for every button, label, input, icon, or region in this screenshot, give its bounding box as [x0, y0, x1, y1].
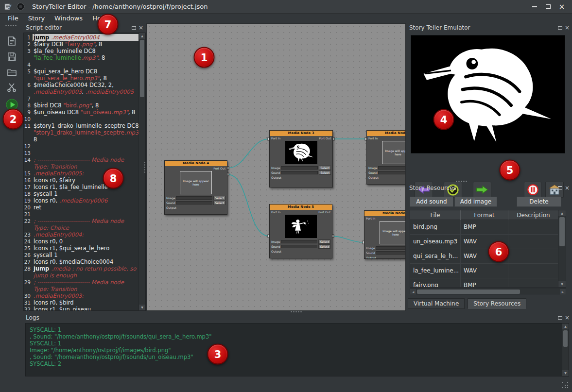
close-panel-icon[interactable]: × [565, 315, 570, 320]
toolbar-drag-handle[interactable] [5, 24, 17, 26]
scroll-down-icon[interactable]: ▼ [562, 370, 569, 376]
node-select-button[interactable]: Select [213, 196, 225, 200]
node-ports: Port InPort Out [270, 210, 332, 214]
code-line: 3$la_fee_luminelle DC8 [24, 48, 139, 54]
code-line: "qui_sera_le_hero.mp3", 8 [24, 75, 139, 82]
column-description[interactable]: Description [508, 210, 559, 220]
close-window-button[interactable]: × [556, 2, 567, 12]
node-select-button[interactable]: Select [319, 166, 331, 170]
float-panel-icon[interactable] [558, 26, 562, 30]
media-node[interactable]: Media Node 5Port InPort OutImageSelectSo… [269, 204, 332, 258]
scroll-left-icon[interactable]: ◄ [410, 289, 416, 294]
scrollbar-thumb[interactable] [417, 290, 520, 294]
media-node[interactable]: Media Node 6Port InPort OutImage will ap… [366, 130, 406, 185]
scroll-up-icon[interactable]: ▲ [562, 324, 569, 329]
code-line: 5$qui_sera_le_hero DC8 [24, 68, 139, 75]
logs-vertical-scrollbar[interactable]: ▲ ▼ [562, 324, 569, 376]
resize-grip[interactable] [562, 382, 568, 388]
minimize-button[interactable] [529, 2, 540, 12]
log-line: Image: "/home/anthony/ostproj/f/images/b… [30, 347, 569, 354]
code-line: 13 [24, 150, 139, 156]
media-node[interactable]: Media Node 7Port InPort OutImage will ap… [364, 210, 406, 259]
maximize-button[interactable] [543, 2, 554, 12]
add-image-button[interactable]: Add image [454, 197, 497, 207]
code-line: Type: Transition [24, 163, 139, 170]
table-horizontal-scrollbar[interactable]: ◄ ► [410, 289, 566, 294]
scroll-down-icon[interactable]: ▼ [139, 305, 145, 310]
resources-header: Story Resources × [407, 184, 572, 192]
play-icon [6, 99, 18, 111]
splitter-canvas-logs[interactable] [290, 311, 303, 313]
scrollbar-thumb[interactable] [559, 217, 565, 246]
scroll-up-icon[interactable]: ▲ [139, 33, 145, 39]
resource-row[interactable]: qui_sera_le_h...WAV [410, 249, 559, 264]
menu-help[interactable]: Help [87, 14, 112, 23]
table-vertical-scrollbar[interactable]: ▲ ▼ [558, 210, 566, 287]
cut-button[interactable] [4, 81, 19, 94]
scroll-down-icon[interactable]: ▼ [558, 281, 566, 287]
menu-story[interactable]: Story [23, 14, 50, 23]
float-panel-icon[interactable] [132, 26, 136, 30]
media-node[interactable]: Media Node 4Port OutImage will appear he… [164, 160, 227, 215]
code-line: 12 [24, 143, 139, 150]
new-script-button[interactable] [4, 34, 19, 48]
code-line: "la_fee_luminelle.mp3", 8 [24, 54, 139, 61]
save-button[interactable] [4, 50, 19, 63]
resource-row[interactable]: bird.pngBMP [410, 220, 559, 235]
script-editor-header: Script editor × [23, 23, 146, 32]
resource-row[interactable]: la_fee_lumine...WAV [410, 264, 559, 278]
media-node[interactable]: Media Node 3Port InPort OutImageSelectSo… [269, 130, 333, 187]
close-panel-icon[interactable]: × [565, 186, 570, 190]
float-panel-icon[interactable] [558, 316, 562, 320]
node-select-button[interactable]: Select [318, 244, 330, 249]
log-line: SYSCALL: 1 [30, 326, 569, 333]
splitter-editor-canvas[interactable] [144, 161, 146, 174]
node-image-row: ImageSelect [367, 165, 406, 170]
log-line: , Sound: "/home/anthony/ostproj/f/sounds… [30, 333, 569, 340]
code-line: 16lcons r0, $fairy [24, 177, 139, 184]
node-select-button[interactable]: Select [318, 239, 330, 244]
code-line: 23.mediaEntry0004: [24, 231, 139, 238]
code-line: Type: Choice [24, 224, 139, 231]
logs-panel: Logs × ▲ ▼ SYSCALL: 1, Sound: "/home/ant… [23, 313, 572, 378]
code-line: 25lcons r1, $qui_sera_le_hero [24, 245, 139, 252]
scroll-up-icon[interactable]: ▲ [558, 210, 566, 216]
float-panel-icon[interactable] [558, 186, 562, 190]
window-title: StoryTeller Editor - /home/anthony/ostpr… [32, 3, 208, 10]
node-image-preview [285, 141, 317, 164]
splitter-emulator-resources[interactable] [455, 180, 468, 182]
code-line: 30.mediaEntry0003: [24, 292, 139, 299]
scrollbar-thumb[interactable] [140, 40, 144, 97]
delete-button[interactable]: Delete [517, 197, 561, 207]
node-select-button[interactable]: Select [213, 201, 225, 205]
script-editor[interactable]: 1jump .mediaEntry00042$fairy DC8 "fairy.… [23, 33, 146, 311]
code-line: 10 [24, 116, 139, 122]
code-line: 8$bird DC8 "bird.png", 8 [24, 102, 139, 109]
node-image-row: ImageSelect [165, 195, 227, 200]
run-button[interactable] [4, 97, 19, 112]
node-select-button[interactable]: Select [319, 170, 331, 175]
scrollbar-thumb[interactable] [563, 330, 568, 347]
menu-windows[interactable]: Windows [50, 14, 87, 23]
column-file[interactable]: File [410, 210, 461, 220]
emulator-header: Story Teller Emulator × [407, 23, 572, 32]
page-icon [7, 36, 17, 46]
log-line: SYSCALL: 1 [30, 340, 569, 347]
menu-file[interactable]: File [3, 14, 23, 23]
title-bar[interactable]: StoryTeller Editor - /home/anthony/ostpr… [0, 0, 572, 14]
emulator-bird-image [415, 39, 561, 150]
close-panel-icon[interactable]: × [139, 25, 143, 30]
resources-table-body: bird.pngBMPun_oiseau.mp3WAVqui_sera_le_h… [410, 220, 559, 288]
tab-story-resources[interactable]: Story Resources [468, 298, 526, 309]
add-sound-button[interactable]: Add sound [410, 197, 453, 207]
scroll-right-icon[interactable]: ► [560, 289, 566, 294]
logs-content[interactable]: ▲ ▼ SYSCALL: 1, Sound: "/home/anthony/os… [25, 323, 569, 376]
resource-row[interactable]: fairy.pngBMP [410, 278, 559, 288]
node-canvas[interactable]: Media Node 4Port OutImage will appear he… [146, 23, 406, 311]
node-title: Media Node 5 [270, 205, 332, 210]
open-button[interactable] [4, 65, 19, 79]
column-format[interactable]: Format [461, 210, 508, 220]
resource-row[interactable]: un_oiseau.mp3WAV [410, 235, 559, 249]
tab-virtual-machine[interactable]: Virtual Machine [408, 298, 465, 309]
close-panel-icon[interactable]: × [565, 25, 570, 30]
